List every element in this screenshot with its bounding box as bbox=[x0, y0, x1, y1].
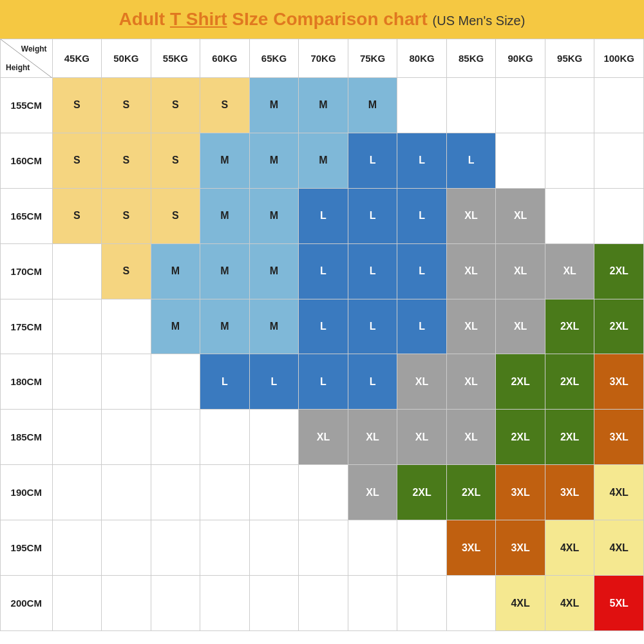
height-label-165CM: 165CM bbox=[1, 188, 53, 243]
size-cell-row3-col9: XL bbox=[496, 243, 545, 299]
weight-header-80KG: 80KG bbox=[397, 39, 447, 78]
size-cell-row4-col10: 2XL bbox=[545, 299, 594, 354]
size-cell-row8-col5 bbox=[299, 520, 348, 576]
height-label-195CM: 195CM bbox=[1, 520, 53, 576]
size-cell-row9-col8 bbox=[446, 576, 496, 631]
title-suffix: SIze Comparison chart bbox=[227, 9, 433, 29]
size-cell-row8-col2 bbox=[151, 520, 200, 576]
height-label-185CM: 185CM bbox=[1, 410, 53, 465]
size-cell-row5-col11: 3XL bbox=[594, 354, 644, 410]
size-cell-row1-col3: M bbox=[200, 133, 250, 188]
size-cell-row1-col0: S bbox=[52, 133, 102, 188]
size-cell-row7-col8: 2XL bbox=[446, 465, 496, 520]
size-cell-row3-col2: M bbox=[151, 243, 200, 299]
size-cell-row7-col6: XL bbox=[348, 465, 397, 520]
size-cell-row4-col3: M bbox=[200, 299, 250, 354]
size-cell-row8-col8: 3XL bbox=[446, 520, 496, 576]
size-chart-table: Weight Height 45KG50KG55KG60KG65KG70KG75… bbox=[0, 39, 644, 631]
height-label-190CM: 190CM bbox=[1, 465, 53, 520]
table-row: 190CMXL2XL2XL3XL3XL4XL bbox=[1, 465, 644, 520]
size-cell-row4-col2: M bbox=[151, 299, 200, 354]
page-wrapper: Adult T Shirt SIze Comparison chart (US … bbox=[0, 0, 644, 644]
height-label-160CM: 160CM bbox=[1, 133, 53, 188]
size-cell-row5-col3: L bbox=[200, 354, 250, 410]
size-cell-row9-col4 bbox=[249, 576, 299, 631]
size-cell-row4-col1 bbox=[102, 299, 151, 354]
table-row: 180CMLLLLXLXL2XL2XL3XL bbox=[1, 354, 644, 410]
title-subtitle: (US Men's Size) bbox=[433, 14, 526, 28]
size-cell-row0-col6: M bbox=[348, 78, 397, 133]
size-cell-row5-col9: 2XL bbox=[496, 354, 545, 410]
table-row: 155CMSSSSMMM bbox=[1, 78, 644, 133]
height-label-175CM: 175CM bbox=[1, 299, 53, 354]
size-cell-row7-col10: 3XL bbox=[545, 465, 594, 520]
size-cell-row2-col9: XL bbox=[496, 188, 545, 243]
size-cell-row9-col9: 4XL bbox=[496, 576, 545, 631]
size-cell-row0-col1: S bbox=[102, 78, 151, 133]
size-cell-row6-col10: 2XL bbox=[545, 410, 594, 465]
size-cell-row2-col6: L bbox=[348, 188, 397, 243]
size-cell-row3-col8: XL bbox=[446, 243, 496, 299]
size-cell-row3-col7: L bbox=[397, 243, 447, 299]
weight-header-90KG: 90KG bbox=[496, 39, 545, 78]
size-cell-row4-col4: M bbox=[249, 299, 299, 354]
size-cell-row1-col2: S bbox=[151, 133, 200, 188]
size-cell-row4-col6: L bbox=[348, 299, 397, 354]
size-cell-row3-col1: S bbox=[102, 243, 151, 299]
size-cell-row6-col1 bbox=[102, 410, 151, 465]
size-cell-row2-col8: XL bbox=[446, 188, 496, 243]
size-cell-row0-col5: M bbox=[299, 78, 348, 133]
size-cell-row6-col3 bbox=[200, 410, 250, 465]
table-container: Weight Height 45KG50KG55KG60KG65KG70KG75… bbox=[0, 39, 644, 644]
weight-label: Weight bbox=[21, 44, 47, 53]
size-cell-row2-col10 bbox=[545, 188, 594, 243]
height-label-170CM: 170CM bbox=[1, 243, 53, 299]
size-cell-row5-col10: 2XL bbox=[545, 354, 594, 410]
size-cell-row1-col7: L bbox=[397, 133, 447, 188]
size-cell-row6-col9: 2XL bbox=[496, 410, 545, 465]
size-cell-row5-col8: XL bbox=[446, 354, 496, 410]
size-cell-row7-col9: 3XL bbox=[496, 465, 545, 520]
size-cell-row2-col5: L bbox=[299, 188, 348, 243]
size-cell-row8-col0 bbox=[52, 520, 102, 576]
size-cell-row0-col4: M bbox=[249, 78, 299, 133]
table-row: 170CMSMMMLLLXLXLXL2XL bbox=[1, 243, 644, 299]
size-cell-row0-col0: S bbox=[52, 78, 102, 133]
size-cell-row4-col9: XL bbox=[496, 299, 545, 354]
size-cell-row5-col7: XL bbox=[397, 354, 447, 410]
size-cell-row1-col9 bbox=[496, 133, 545, 188]
size-cell-row9-col1 bbox=[102, 576, 151, 631]
size-cell-row3-col3: M bbox=[200, 243, 250, 299]
size-cell-row0-col2: S bbox=[151, 78, 200, 133]
size-cell-row6-col6: XL bbox=[348, 410, 397, 465]
size-cell-row3-col11: 2XL bbox=[594, 243, 644, 299]
weight-header-85KG: 85KG bbox=[446, 39, 496, 78]
size-cell-row9-col7 bbox=[397, 576, 447, 631]
size-cell-row1-col1: S bbox=[102, 133, 151, 188]
size-cell-row6-col7: XL bbox=[397, 410, 447, 465]
size-cell-row1-col10 bbox=[545, 133, 594, 188]
size-cell-row5-col1 bbox=[102, 354, 151, 410]
size-cell-row4-col5: L bbox=[299, 299, 348, 354]
size-cell-row7-col5 bbox=[299, 465, 348, 520]
size-cell-row7-col2 bbox=[151, 465, 200, 520]
size-cell-row4-col7: L bbox=[397, 299, 447, 354]
size-cell-row7-col4 bbox=[249, 465, 299, 520]
size-cell-row2-col3: M bbox=[200, 188, 250, 243]
size-cell-row3-col0 bbox=[52, 243, 102, 299]
size-cell-row8-col4 bbox=[249, 520, 299, 576]
size-cell-row5-col4: L bbox=[249, 354, 299, 410]
size-cell-row6-col4 bbox=[249, 410, 299, 465]
size-cell-row7-col3 bbox=[200, 465, 250, 520]
size-cell-row2-col1: S bbox=[102, 188, 151, 243]
size-cell-row6-col0 bbox=[52, 410, 102, 465]
table-row: 200CM4XL4XL5XL bbox=[1, 576, 644, 631]
size-cell-row4-col0 bbox=[52, 299, 102, 354]
size-cell-row5-col0 bbox=[52, 354, 102, 410]
size-cell-row8-col11: 4XL bbox=[594, 520, 644, 576]
weight-header-55KG: 55KG bbox=[151, 39, 200, 78]
weight-header-65KG: 65KG bbox=[249, 39, 299, 78]
size-cell-row7-col7: 2XL bbox=[397, 465, 447, 520]
weight-header-95KG: 95KG bbox=[545, 39, 594, 78]
weight-header-45KG: 45KG bbox=[52, 39, 102, 78]
